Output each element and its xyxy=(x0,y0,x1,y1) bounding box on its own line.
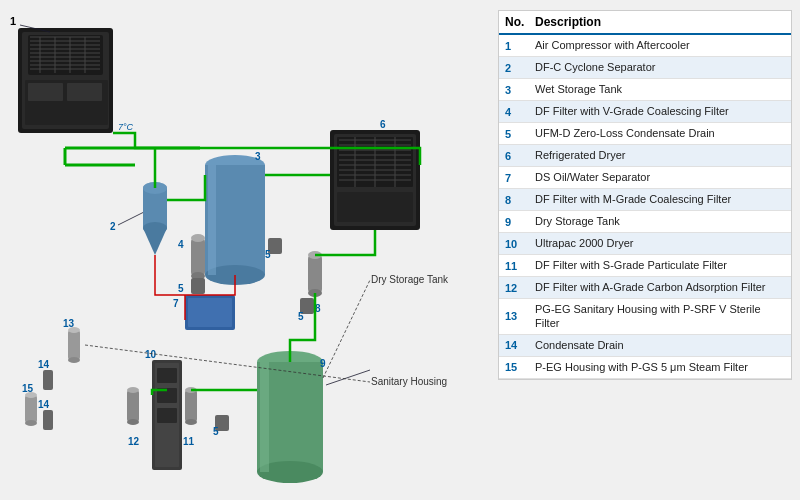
table-row: 15P-EG Housing with P-GS 5 μm Steam Filt… xyxy=(499,357,791,379)
wet-storage-tank: 3 xyxy=(205,151,265,285)
svg-rect-61 xyxy=(191,278,205,294)
table-row: 3Wet Storage Tank xyxy=(499,79,791,101)
row-number: 1 xyxy=(505,40,535,52)
row-number: 7 xyxy=(505,172,535,184)
row-description: DF Filter with S-Grade Particulate Filte… xyxy=(535,258,785,272)
svg-text:14: 14 xyxy=(38,399,50,410)
svg-rect-57 xyxy=(191,238,205,276)
refrigerated-dryer: 6 xyxy=(330,119,420,230)
svg-text:9: 9 xyxy=(320,358,326,369)
svg-rect-93 xyxy=(68,330,80,360)
svg-text:7: 7 xyxy=(173,298,179,309)
svg-text:5: 5 xyxy=(213,426,219,437)
svg-rect-85 xyxy=(185,390,197,422)
svg-rect-18 xyxy=(28,83,63,101)
row-description: Refrigerated Dryer xyxy=(535,148,785,162)
svg-rect-97 xyxy=(43,370,53,390)
table-row: 10Ultrapac 2000 Dryer xyxy=(499,233,791,255)
table-row: 13PG-EG Sanitary Housing with P-SRF V St… xyxy=(499,299,791,335)
svg-point-91 xyxy=(127,419,139,425)
table-row: 7DS Oil/Water Separator xyxy=(499,167,791,189)
svg-text:3: 3 xyxy=(255,151,261,162)
table-row: 11DF Filter with S-Grade Particulate Fil… xyxy=(499,255,791,277)
row-description: DF-C Cyclone Separator xyxy=(535,60,785,74)
diagram-area: 1 2 3 xyxy=(0,0,490,500)
row-description: Condensate Drain xyxy=(535,338,785,352)
row-description: PG-EG Sanitary Housing with P-SRF V Ster… xyxy=(535,302,785,331)
dry-storage-tank xyxy=(257,351,323,483)
table-row: 14Condensate Drain xyxy=(499,335,791,357)
table-row: 8DF Filter with M-Grade Coalescing Filte… xyxy=(499,189,791,211)
svg-rect-99 xyxy=(43,410,53,430)
row-number: 10 xyxy=(505,238,535,250)
svg-text:6: 6 xyxy=(380,119,386,130)
table-header: No. Description xyxy=(499,11,791,35)
svg-rect-81 xyxy=(157,368,177,383)
svg-point-90 xyxy=(127,387,139,393)
row-description: DF Filter with V-Grade Coalescing Filter xyxy=(535,104,785,118)
table-row: 1Air Compressor with Aftercooler xyxy=(499,35,791,57)
row-number: 3 xyxy=(505,84,535,96)
table-row: 5UFM-D Zero-Loss Condensate Drain xyxy=(499,123,791,145)
row-number: 6 xyxy=(505,150,535,162)
table-row: 9Dry Storage Tank xyxy=(499,211,791,233)
row-description: Dry Storage Tank xyxy=(535,214,785,228)
svg-text:4: 4 xyxy=(178,239,184,250)
svg-rect-101 xyxy=(25,395,37,423)
svg-text:15: 15 xyxy=(22,383,34,394)
row-number: 4 xyxy=(505,106,535,118)
row-number: 11 xyxy=(505,260,535,272)
parts-table: No. Description 1Air Compressor with Aft… xyxy=(498,10,792,380)
df-filter-12: 12 xyxy=(127,387,140,447)
table-row: 2DF-C Cyclone Separator xyxy=(499,57,791,79)
svg-point-103 xyxy=(25,420,37,426)
row-number: 14 xyxy=(505,339,535,351)
row-description: Wet Storage Tank xyxy=(535,82,785,96)
row-number: 5 xyxy=(505,128,535,140)
svg-point-58 xyxy=(191,234,205,242)
row-number: 12 xyxy=(505,282,535,294)
svg-rect-69 xyxy=(308,255,322,293)
svg-text:10: 10 xyxy=(145,349,157,360)
svg-text:5: 5 xyxy=(298,311,304,322)
svg-text:Sanitary Housing: Sanitary Housing xyxy=(371,376,447,387)
row-number: 9 xyxy=(505,216,535,228)
row-description: Ultrapac 2000 Dryer xyxy=(535,236,785,250)
row-number: 2 xyxy=(505,62,535,74)
svg-text:14: 14 xyxy=(38,359,50,370)
svg-point-95 xyxy=(68,357,80,363)
air-compressor: 1 xyxy=(10,15,113,133)
svg-rect-55 xyxy=(188,298,232,327)
svg-text:7°C: 7°C xyxy=(118,122,134,132)
row-description: DS Oil/Water Separator xyxy=(535,170,785,184)
svg-text:13: 13 xyxy=(63,318,75,329)
table-row: 6Refrigerated Dryer xyxy=(499,145,791,167)
svg-rect-35 xyxy=(208,165,216,275)
svg-text:12: 12 xyxy=(128,436,140,447)
svg-rect-19 xyxy=(67,83,102,101)
svg-rect-83 xyxy=(157,408,177,423)
svg-rect-52 xyxy=(337,192,413,222)
svg-rect-89 xyxy=(127,390,139,422)
row-description: P-EG Housing with P-GS 5 μm Steam Filter xyxy=(535,360,785,374)
row-number: 8 xyxy=(505,194,535,206)
parts-table-area: No. Description 1Air Compressor with Aft… xyxy=(490,0,800,500)
row-description: Air Compressor with Aftercooler xyxy=(535,38,785,52)
row-description: DF Filter with A-Grade Carbon Adsorption… xyxy=(535,280,785,294)
col-header-no: No. xyxy=(505,15,535,29)
svg-text:1: 1 xyxy=(10,15,16,27)
svg-text:11: 11 xyxy=(183,436,195,447)
svg-text:Dry Storage Tank: Dry Storage Tank xyxy=(371,274,449,285)
svg-text:5: 5 xyxy=(265,249,271,260)
col-header-desc: Description xyxy=(535,15,785,29)
table-row: 4DF Filter with V-Grade Coalescing Filte… xyxy=(499,101,791,123)
row-description: DF Filter with M-Grade Coalescing Filter xyxy=(535,192,785,206)
table-row: 12DF Filter with A-Grade Carbon Adsorpti… xyxy=(499,277,791,299)
row-description: UFM-D Zero-Loss Condensate Drain xyxy=(535,126,785,140)
row-number: 15 xyxy=(505,361,535,373)
svg-text:2: 2 xyxy=(110,221,116,232)
svg-text:5: 5 xyxy=(178,283,184,294)
row-number: 13 xyxy=(505,310,535,322)
table-body: 1Air Compressor with Aftercooler2DF-C Cy… xyxy=(499,35,791,379)
svg-rect-76 xyxy=(260,362,269,472)
